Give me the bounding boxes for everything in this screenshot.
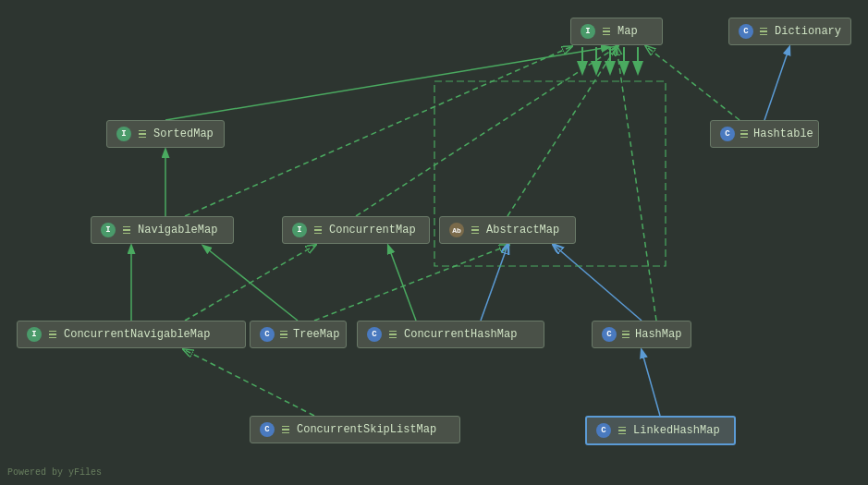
svg-line-8 [203, 246, 298, 321]
node-ConcurrentNavigableMap[interactable]: I ConcurrentNavigableMap [17, 321, 246, 348]
node-TreeMap[interactable]: C TreeMap [250, 321, 347, 348]
svg-line-2 [185, 47, 570, 216]
modifier-NavigableMap [121, 224, 132, 236]
svg-line-11 [481, 246, 507, 321]
svg-line-9 [314, 246, 507, 321]
node-ConcurrentHashMap[interactable]: C ConcurrentHashMap [357, 321, 544, 348]
label-Hashtable: Hashtable [753, 127, 813, 140]
modifier-ConcurrentSkipListMap [280, 424, 291, 435]
icon-TreeMap: C [260, 327, 275, 342]
svg-line-15 [185, 350, 314, 416]
label-HashMap: HashMap [635, 328, 681, 341]
modifier-Hashtable [740, 128, 748, 139]
svg-line-7 [185, 246, 314, 321]
node-NavigableMap[interactable]: I NavigableMap [91, 216, 234, 244]
icon-Dictionary: C [739, 24, 753, 39]
node-ConcurrentMap[interactable]: I ConcurrentMap [282, 216, 430, 244]
node-HashMap[interactable]: C HashMap [592, 321, 691, 348]
svg-line-10 [388, 246, 416, 321]
icon-ConcurrentNavigableMap: I [27, 327, 42, 342]
node-LinkedHashMap[interactable]: C LinkedHashMap [585, 416, 736, 445]
modifier-SortedMap [137, 128, 148, 139]
node-SortedMap[interactable]: I SortedMap [106, 120, 225, 148]
label-TreeMap: TreeMap [293, 328, 339, 341]
svg-line-13 [617, 47, 656, 321]
icon-NavigableMap: I [101, 223, 116, 237]
modifier-HashMap [622, 329, 630, 340]
label-Map: Map [617, 25, 638, 38]
svg-line-0 [165, 47, 609, 120]
modifier-Map [601, 26, 612, 37]
diagram-canvas: I Map C Dictionary I SortedMap C Hashtab… [0, 0, 868, 485]
svg-line-12 [555, 246, 642, 321]
icon-ConcurrentMap: I [292, 223, 307, 237]
modifier-ConcurrentNavigableMap [47, 329, 58, 340]
modifier-TreeMap [280, 329, 287, 340]
icon-HashMap: C [602, 327, 617, 342]
label-ConcurrentMap: ConcurrentMap [329, 224, 416, 236]
watermark: Powered by yFiles [7, 467, 102, 478]
node-Map[interactable]: I Map [570, 18, 663, 45]
icon-SortedMap: I [116, 127, 131, 141]
label-NavigableMap: NavigableMap [138, 224, 217, 236]
svg-line-14 [647, 47, 740, 120]
label-AbstractMap: AbstractMap [486, 224, 559, 236]
icon-ConcurrentSkipListMap: C [260, 422, 275, 437]
icon-AbstractMap: Ab [449, 223, 464, 237]
label-LinkedHashMap: LinkedHashMap [633, 424, 720, 437]
node-Dictionary[interactable]: C Dictionary [728, 18, 851, 45]
label-ConcurrentSkipListMap: ConcurrentSkipListMap [297, 423, 436, 436]
icon-ConcurrentHashMap: C [367, 327, 382, 342]
node-AbstractMap[interactable]: Ab AbstractMap [439, 216, 576, 244]
label-ConcurrentHashMap: ConcurrentHashMap [404, 328, 517, 341]
modifier-ConcurrentMap [312, 224, 324, 236]
modifier-ConcurrentHashMap [387, 329, 398, 340]
icon-LinkedHashMap: C [596, 423, 611, 438]
svg-line-3 [356, 47, 617, 216]
label-ConcurrentNavigableMap: ConcurrentNavigableMap [64, 328, 210, 341]
label-SortedMap: SortedMap [153, 127, 214, 140]
icon-Map: I [581, 24, 595, 39]
modifier-Dictionary [759, 26, 769, 37]
modifier-AbstractMap [470, 224, 481, 236]
label-Dictionary: Dictionary [775, 25, 841, 38]
svg-line-16 [642, 350, 660, 416]
svg-line-5 [764, 47, 789, 120]
modifier-LinkedHashMap [617, 425, 628, 436]
node-ConcurrentSkipListMap[interactable]: C ConcurrentSkipListMap [250, 416, 460, 443]
svg-line-4 [507, 47, 617, 216]
node-Hashtable[interactable]: C Hashtable [710, 120, 819, 148]
icon-Hashtable: C [720, 127, 735, 141]
